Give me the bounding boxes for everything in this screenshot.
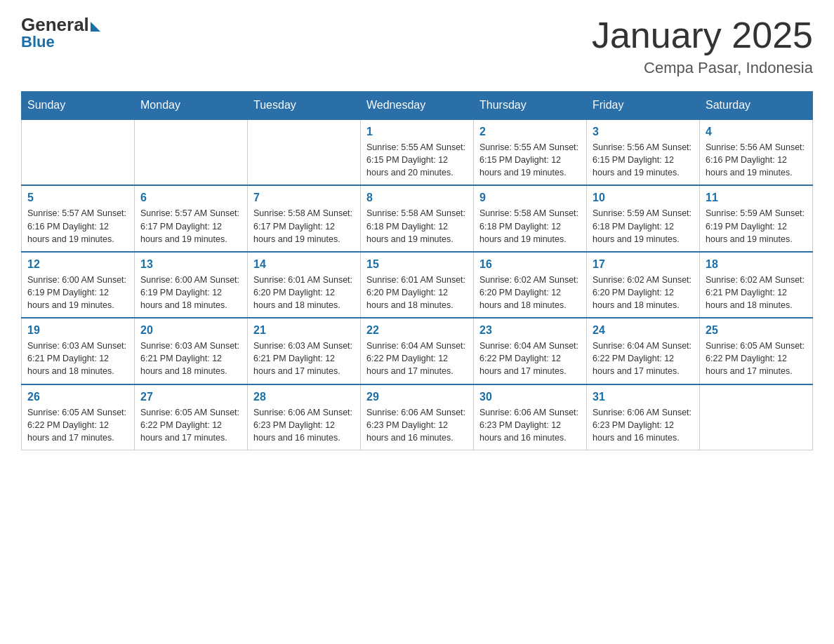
day-of-week-header: Tuesday bbox=[248, 92, 361, 120]
day-number: 16 bbox=[479, 258, 581, 271]
day-header-row: SundayMondayTuesdayWednesdayThursdayFrid… bbox=[22, 92, 813, 120]
calendar-cell: 9Sunrise: 5:58 AM Sunset: 6:18 PM Daylig… bbox=[474, 185, 587, 251]
day-number: 2 bbox=[479, 126, 581, 138]
day-number: 13 bbox=[140, 258, 241, 271]
calendar-cell: 1Sunrise: 5:55 AM Sunset: 6:15 PM Daylig… bbox=[361, 119, 474, 185]
day-info: Sunrise: 6:06 AM Sunset: 6:23 PM Dayligh… bbox=[366, 406, 468, 444]
day-number: 21 bbox=[253, 324, 355, 337]
day-info: Sunrise: 6:00 AM Sunset: 6:19 PM Dayligh… bbox=[140, 274, 241, 311]
day-info: Sunrise: 6:01 AM Sunset: 6:20 PM Dayligh… bbox=[366, 274, 468, 311]
day-info: Sunrise: 5:58 AM Sunset: 6:17 PM Dayligh… bbox=[253, 207, 355, 245]
calendar-cell: 27Sunrise: 6:05 AM Sunset: 6:22 PM Dayli… bbox=[135, 384, 248, 450]
calendar-body: 1Sunrise: 5:55 AM Sunset: 6:15 PM Daylig… bbox=[22, 119, 813, 450]
day-number: 23 bbox=[479, 324, 581, 337]
day-info: Sunrise: 6:05 AM Sunset: 6:22 PM Dayligh… bbox=[140, 406, 241, 444]
day-info: Sunrise: 5:57 AM Sunset: 6:17 PM Dayligh… bbox=[140, 207, 241, 245]
logo: General Blue bbox=[21, 14, 100, 51]
day-info: Sunrise: 6:00 AM Sunset: 6:19 PM Dayligh… bbox=[27, 274, 128, 311]
title-block: January 2025 Cempa Pasar, Indonesia bbox=[592, 14, 813, 77]
calendar-week-row: 19Sunrise: 6:03 AM Sunset: 6:21 PM Dayli… bbox=[22, 318, 813, 384]
calendar-cell bbox=[22, 119, 135, 185]
calendar-week-row: 26Sunrise: 6:05 AM Sunset: 6:22 PM Dayli… bbox=[22, 384, 813, 450]
day-number: 24 bbox=[593, 324, 694, 337]
calendar-cell: 11Sunrise: 5:59 AM Sunset: 6:19 PM Dayli… bbox=[700, 185, 813, 251]
day-info: Sunrise: 5:59 AM Sunset: 6:19 PM Dayligh… bbox=[706, 207, 807, 245]
calendar-cell: 22Sunrise: 6:04 AM Sunset: 6:22 PM Dayli… bbox=[361, 318, 474, 384]
day-of-week-header: Sunday bbox=[22, 92, 135, 120]
day-of-week-header: Saturday bbox=[700, 92, 813, 120]
calendar-cell: 18Sunrise: 6:02 AM Sunset: 6:21 PM Dayli… bbox=[700, 252, 813, 318]
day-info: Sunrise: 6:03 AM Sunset: 6:21 PM Dayligh… bbox=[140, 340, 241, 377]
day-info: Sunrise: 5:55 AM Sunset: 6:15 PM Dayligh… bbox=[479, 141, 581, 179]
day-info: Sunrise: 6:04 AM Sunset: 6:22 PM Dayligh… bbox=[479, 340, 581, 377]
calendar-cell: 29Sunrise: 6:06 AM Sunset: 6:23 PM Dayli… bbox=[361, 384, 474, 450]
calendar-cell: 5Sunrise: 5:57 AM Sunset: 6:16 PM Daylig… bbox=[22, 185, 135, 251]
day-info: Sunrise: 5:58 AM Sunset: 6:18 PM Dayligh… bbox=[366, 207, 468, 245]
calendar-cell: 7Sunrise: 5:58 AM Sunset: 6:17 PM Daylig… bbox=[248, 185, 361, 251]
day-info: Sunrise: 6:04 AM Sunset: 6:22 PM Dayligh… bbox=[366, 340, 468, 377]
day-of-week-header: Thursday bbox=[474, 92, 587, 120]
day-number: 29 bbox=[366, 391, 468, 403]
calendar-cell bbox=[248, 119, 361, 185]
day-info: Sunrise: 5:56 AM Sunset: 6:16 PM Dayligh… bbox=[706, 141, 807, 179]
day-number: 15 bbox=[366, 258, 468, 271]
day-info: Sunrise: 6:06 AM Sunset: 6:23 PM Dayligh… bbox=[479, 406, 581, 444]
day-number: 7 bbox=[253, 192, 355, 204]
logo-triangle-icon bbox=[91, 22, 100, 32]
day-info: Sunrise: 6:02 AM Sunset: 6:21 PM Dayligh… bbox=[706, 274, 807, 311]
calendar-cell: 30Sunrise: 6:06 AM Sunset: 6:23 PM Dayli… bbox=[474, 384, 587, 450]
day-number: 3 bbox=[593, 126, 694, 138]
page-header: General Blue January 2025 Cempa Pasar, I… bbox=[21, 14, 813, 77]
calendar-cell: 20Sunrise: 6:03 AM Sunset: 6:21 PM Dayli… bbox=[135, 318, 248, 384]
calendar-cell: 16Sunrise: 6:02 AM Sunset: 6:20 PM Dayli… bbox=[474, 252, 587, 318]
day-info: Sunrise: 6:02 AM Sunset: 6:20 PM Dayligh… bbox=[479, 274, 581, 311]
day-number: 25 bbox=[706, 324, 807, 337]
calendar-title: January 2025 bbox=[592, 14, 813, 56]
day-info: Sunrise: 6:05 AM Sunset: 6:22 PM Dayligh… bbox=[706, 340, 807, 377]
day-info: Sunrise: 6:02 AM Sunset: 6:20 PM Dayligh… bbox=[593, 274, 694, 311]
calendar-week-row: 1Sunrise: 5:55 AM Sunset: 6:15 PM Daylig… bbox=[22, 119, 813, 185]
day-number: 6 bbox=[140, 192, 241, 204]
day-info: Sunrise: 5:57 AM Sunset: 6:16 PM Dayligh… bbox=[27, 207, 128, 245]
day-info: Sunrise: 5:55 AM Sunset: 6:15 PM Dayligh… bbox=[366, 141, 468, 179]
logo-subtitle: Blue bbox=[21, 33, 100, 51]
day-number: 1 bbox=[366, 126, 468, 138]
day-info: Sunrise: 6:01 AM Sunset: 6:20 PM Dayligh… bbox=[253, 274, 355, 311]
day-number: 30 bbox=[479, 391, 581, 403]
day-info: Sunrise: 6:06 AM Sunset: 6:23 PM Dayligh… bbox=[593, 406, 694, 444]
calendar-cell: 21Sunrise: 6:03 AM Sunset: 6:21 PM Dayli… bbox=[248, 318, 361, 384]
calendar-cell: 24Sunrise: 6:04 AM Sunset: 6:22 PM Dayli… bbox=[587, 318, 700, 384]
day-info: Sunrise: 5:56 AM Sunset: 6:15 PM Dayligh… bbox=[593, 141, 694, 179]
day-info: Sunrise: 6:03 AM Sunset: 6:21 PM Dayligh… bbox=[253, 340, 355, 377]
day-of-week-header: Friday bbox=[587, 92, 700, 120]
calendar-cell bbox=[700, 384, 813, 450]
day-number: 9 bbox=[479, 192, 581, 204]
day-number: 19 bbox=[27, 324, 128, 337]
day-number: 17 bbox=[593, 258, 694, 271]
day-info: Sunrise: 6:06 AM Sunset: 6:23 PM Dayligh… bbox=[253, 406, 355, 444]
day-number: 10 bbox=[593, 192, 694, 204]
calendar-cell: 15Sunrise: 6:01 AM Sunset: 6:20 PM Dayli… bbox=[361, 252, 474, 318]
day-number: 11 bbox=[706, 192, 807, 204]
day-number: 26 bbox=[27, 391, 128, 403]
day-of-week-header: Monday bbox=[135, 92, 248, 120]
calendar-cell: 26Sunrise: 6:05 AM Sunset: 6:22 PM Dayli… bbox=[22, 384, 135, 450]
day-number: 27 bbox=[140, 391, 241, 403]
calendar-cell: 2Sunrise: 5:55 AM Sunset: 6:15 PM Daylig… bbox=[474, 119, 587, 185]
day-number: 22 bbox=[366, 324, 468, 337]
day-info: Sunrise: 6:04 AM Sunset: 6:22 PM Dayligh… bbox=[593, 340, 694, 377]
calendar-cell: 12Sunrise: 6:00 AM Sunset: 6:19 PM Dayli… bbox=[22, 252, 135, 318]
calendar-header: SundayMondayTuesdayWednesdayThursdayFrid… bbox=[22, 92, 813, 120]
calendar-cell: 4Sunrise: 5:56 AM Sunset: 6:16 PM Daylig… bbox=[700, 119, 813, 185]
calendar-table: SundayMondayTuesdayWednesdayThursdayFrid… bbox=[21, 91, 813, 450]
calendar-cell: 31Sunrise: 6:06 AM Sunset: 6:23 PM Dayli… bbox=[587, 384, 700, 450]
day-info: Sunrise: 5:58 AM Sunset: 6:18 PM Dayligh… bbox=[479, 207, 581, 245]
calendar-cell: 19Sunrise: 6:03 AM Sunset: 6:21 PM Dayli… bbox=[22, 318, 135, 384]
day-number: 4 bbox=[706, 126, 807, 138]
calendar-cell: 3Sunrise: 5:56 AM Sunset: 6:15 PM Daylig… bbox=[587, 119, 700, 185]
day-number: 28 bbox=[253, 391, 355, 403]
day-number: 20 bbox=[140, 324, 241, 337]
calendar-cell: 13Sunrise: 6:00 AM Sunset: 6:19 PM Dayli… bbox=[135, 252, 248, 318]
calendar-location: Cempa Pasar, Indonesia bbox=[592, 59, 813, 77]
calendar-cell: 14Sunrise: 6:01 AM Sunset: 6:20 PM Dayli… bbox=[248, 252, 361, 318]
